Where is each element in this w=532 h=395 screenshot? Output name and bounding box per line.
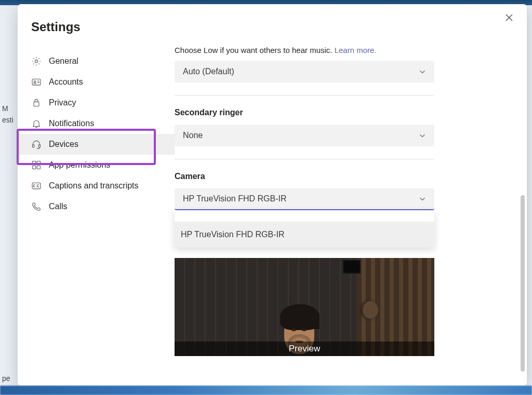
svg-rect-3 — [34, 102, 39, 106]
secondary-ringer-label: Secondary ringer — [175, 108, 434, 117]
divider — [175, 159, 434, 159]
sidebar-item-label: Accounts — [49, 77, 83, 87]
settings-modal: Settings General Accounts Privacy — [18, 4, 527, 386]
svg-rect-5 — [38, 145, 40, 147]
camera-select[interactable]: HP TrueVision FHD RGB-IR — [175, 188, 434, 210]
phone-icon — [31, 201, 42, 212]
chevron-down-icon — [419, 195, 426, 202]
svg-rect-4 — [33, 145, 34, 147]
gear-icon — [31, 56, 42, 66]
dropdown-blank-option[interactable] — [175, 210, 434, 222]
sidebar-item-label: Captions and transcripts — [49, 181, 139, 190]
sidebar-item-accounts[interactable]: Accounts — [18, 72, 175, 92]
background-text: M esti pe — [0, 31, 16, 386]
sidebar-item-captions[interactable]: Captions and transcripts — [18, 175, 175, 196]
sidebar-item-label: Calls — [49, 202, 68, 211]
svg-rect-9 — [37, 166, 40, 169]
id-card-icon — [31, 77, 42, 87]
nav-list: General Accounts Privacy Notifications — [18, 51, 175, 217]
camera-dropdown: HP TrueVision FHD RGB-IR — [175, 210, 434, 248]
sidebar-item-label: General — [49, 57, 78, 66]
headset-icon — [31, 139, 42, 149]
svg-point-2 — [34, 81, 35, 83]
sidebar-item-label: Devices — [49, 140, 78, 149]
page-title: Settings — [18, 20, 175, 34]
svg-point-0 — [35, 60, 37, 62]
noise-suppression-select[interactable]: Auto (Default) — [175, 61, 434, 83]
svg-rect-8 — [33, 166, 36, 169]
cc-icon — [31, 181, 42, 191]
settings-content: Choose Low if you want others to hear mu… — [175, 4, 527, 386]
sidebar-item-general[interactable]: General — [18, 51, 175, 72]
noise-suppression-hint: Choose Low if you want others to hear mu… — [175, 46, 434, 55]
settings-sidebar: Settings General Accounts Privacy — [18, 4, 175, 386]
window-bottom-stripe — [0, 386, 532, 395]
divider — [175, 95, 434, 96]
camera-preview: Preview — [175, 258, 434, 356]
select-value: Auto (Default) — [183, 67, 234, 76]
sidebar-item-label: Notifications — [49, 119, 94, 128]
chevron-down-icon — [419, 68, 426, 75]
preview-caption: Preview — [175, 342, 434, 356]
sidebar-item-notifications[interactable]: Notifications — [18, 113, 175, 134]
bell-icon — [31, 118, 42, 129]
svg-rect-7 — [37, 161, 40, 165]
sidebar-item-label: Privacy — [49, 98, 76, 107]
learn-more-link[interactable]: Learn more. — [335, 46, 377, 55]
camera-option-hp[interactable]: HP TrueVision FHD RGB-IR — [175, 222, 434, 248]
sidebar-item-calls[interactable]: Calls — [18, 196, 175, 217]
select-value: None — [183, 131, 203, 140]
sidebar-item-label: App permissions — [49, 160, 110, 170]
svg-rect-6 — [33, 161, 36, 165]
sidebar-item-privacy[interactable]: Privacy — [18, 92, 175, 113]
secondary-ringer-select[interactable]: None — [175, 125, 434, 146]
grid-icon — [31, 160, 42, 170]
camera-label: Camera — [175, 172, 434, 181]
sidebar-item-app-permissions[interactable]: App permissions — [18, 155, 175, 175]
lock-icon — [31, 98, 42, 108]
scrollbar-thumb[interactable] — [521, 195, 525, 372]
select-value: HP TrueVision FHD RGB-IR — [183, 194, 286, 203]
sidebar-item-devices[interactable]: Devices — [18, 134, 175, 155]
chevron-down-icon — [419, 132, 426, 139]
